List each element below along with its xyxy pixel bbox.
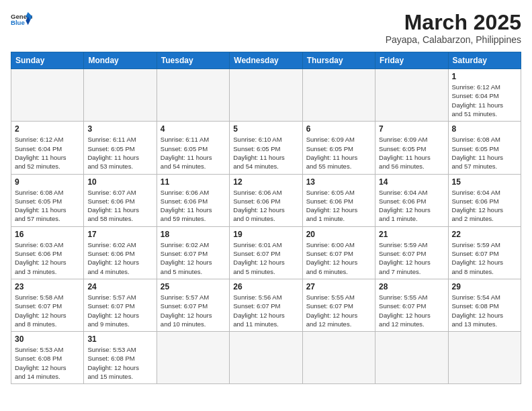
calendar-day-cell: 20Sunrise: 6:00 AMSunset: 6:07 PMDayligh… xyxy=(302,226,375,279)
day-info: Sunrise: 6:06 AMSunset: 6:06 PMDaylight:… xyxy=(161,188,226,224)
day-number: 19 xyxy=(233,230,298,239)
day-info: Sunrise: 5:59 AMSunset: 6:07 PMDaylight:… xyxy=(452,240,517,276)
day-info: Sunrise: 6:04 AMSunset: 6:06 PMDaylight:… xyxy=(379,188,444,224)
day-number: 4 xyxy=(161,124,226,134)
day-info: Sunrise: 5:56 AMSunset: 6:07 PMDaylight:… xyxy=(233,293,298,328)
calendar-day-cell: 2Sunrise: 6:12 AMSunset: 6:04 PMDaylight… xyxy=(11,122,84,174)
day-number: 15 xyxy=(452,177,517,187)
day-info: Sunrise: 5:57 AMSunset: 6:07 PMDaylight:… xyxy=(161,293,226,328)
day-number: 20 xyxy=(306,230,371,239)
day-info: Sunrise: 6:02 AMSunset: 6:06 PMDaylight:… xyxy=(87,240,152,276)
day-info: Sunrise: 5:57 AMSunset: 6:07 PMDaylight:… xyxy=(87,293,152,328)
title-area: March 2025 Payapa, Calabarzon, Philippin… xyxy=(386,11,521,45)
day-info: Sunrise: 5:59 AMSunset: 6:07 PMDaylight:… xyxy=(379,240,444,276)
day-number: 24 xyxy=(87,282,152,291)
page-header: General Blue March 2025 Payapa, Calabarz… xyxy=(11,11,521,45)
day-number: 30 xyxy=(15,334,80,344)
day-number: 17 xyxy=(87,230,152,239)
calendar-day-cell xyxy=(302,69,375,122)
weekday-header-row: SundayMondayTuesdayWednesdayThursdayFrid… xyxy=(11,52,521,69)
day-number: 12 xyxy=(233,177,298,187)
calendar-table: SundayMondayTuesdayWednesdayThursdayFrid… xyxy=(11,52,521,384)
calendar-day-cell: 16Sunrise: 6:03 AMSunset: 6:06 PMDayligh… xyxy=(11,226,84,279)
day-number: 10 xyxy=(87,177,152,187)
calendar-day-cell xyxy=(375,69,448,122)
day-info: Sunrise: 6:00 AMSunset: 6:07 PMDaylight:… xyxy=(306,240,371,276)
day-number: 26 xyxy=(233,282,298,291)
calendar-day-cell: 25Sunrise: 5:57 AMSunset: 6:07 PMDayligh… xyxy=(157,279,229,331)
calendar-week-row: 30Sunrise: 5:53 AMSunset: 6:08 PMDayligh… xyxy=(11,332,521,384)
month-title: March 2025 xyxy=(386,11,521,34)
day-info: Sunrise: 6:01 AMSunset: 6:07 PMDaylight:… xyxy=(233,240,298,276)
calendar-day-cell: 10Sunrise: 6:07 AMSunset: 6:06 PMDayligh… xyxy=(84,174,157,226)
day-number: 13 xyxy=(306,177,371,187)
day-info: Sunrise: 6:12 AMSunset: 6:04 PMDaylight:… xyxy=(452,83,517,118)
day-number: 27 xyxy=(306,282,371,291)
day-number: 25 xyxy=(161,282,226,291)
calendar-day-cell: 30Sunrise: 5:53 AMSunset: 6:08 PMDayligh… xyxy=(11,332,84,384)
day-number: 7 xyxy=(379,124,444,134)
calendar-day-cell xyxy=(375,332,448,384)
calendar-day-cell: 22Sunrise: 5:59 AMSunset: 6:07 PMDayligh… xyxy=(448,226,521,279)
calendar-day-cell xyxy=(157,69,229,122)
day-info: Sunrise: 6:11 AMSunset: 6:05 PMDaylight:… xyxy=(161,135,226,171)
calendar-week-row: 9Sunrise: 6:08 AMSunset: 6:05 PMDaylight… xyxy=(11,174,521,226)
day-number: 31 xyxy=(87,334,152,344)
calendar-day-cell xyxy=(230,69,302,122)
generalblue-icon: General Blue xyxy=(11,11,32,30)
day-number: 11 xyxy=(161,177,226,187)
day-number: 21 xyxy=(379,230,444,239)
day-info: Sunrise: 6:02 AMSunset: 6:07 PMDaylight:… xyxy=(161,240,226,276)
calendar-day-cell: 28Sunrise: 5:55 AMSunset: 6:07 PMDayligh… xyxy=(375,279,448,331)
calendar-day-cell: 4Sunrise: 6:11 AMSunset: 6:05 PMDaylight… xyxy=(157,122,229,174)
weekday-header-thursday: Thursday xyxy=(302,52,375,69)
calendar-day-cell: 13Sunrise: 6:05 AMSunset: 6:06 PMDayligh… xyxy=(302,174,375,226)
calendar-day-cell: 11Sunrise: 6:06 AMSunset: 6:06 PMDayligh… xyxy=(157,174,229,226)
weekday-header-tuesday: Tuesday xyxy=(157,52,229,69)
day-number: 22 xyxy=(452,230,517,239)
day-number: 9 xyxy=(15,177,80,187)
logo: General Blue xyxy=(11,11,32,30)
calendar-day-cell: 7Sunrise: 6:09 AMSunset: 6:05 PMDaylight… xyxy=(375,122,448,174)
day-number: 2 xyxy=(15,124,80,134)
day-number: 29 xyxy=(452,282,517,291)
calendar-day-cell: 5Sunrise: 6:10 AMSunset: 6:05 PMDaylight… xyxy=(230,122,302,174)
location-subtitle: Payapa, Calabarzon, Philippines xyxy=(386,34,521,45)
day-number: 23 xyxy=(15,282,80,291)
day-info: Sunrise: 6:07 AMSunset: 6:06 PMDaylight:… xyxy=(87,188,152,224)
calendar-day-cell: 19Sunrise: 6:01 AMSunset: 6:07 PMDayligh… xyxy=(230,226,302,279)
calendar-day-cell: 26Sunrise: 5:56 AMSunset: 6:07 PMDayligh… xyxy=(230,279,302,331)
calendar-day-cell: 18Sunrise: 6:02 AMSunset: 6:07 PMDayligh… xyxy=(157,226,229,279)
calendar-day-cell: 9Sunrise: 6:08 AMSunset: 6:05 PMDaylight… xyxy=(11,174,84,226)
calendar-day-cell: 6Sunrise: 6:09 AMSunset: 6:05 PMDaylight… xyxy=(302,122,375,174)
calendar-week-row: 2Sunrise: 6:12 AMSunset: 6:04 PMDaylight… xyxy=(11,122,521,174)
calendar-day-cell: 23Sunrise: 5:58 AMSunset: 6:07 PMDayligh… xyxy=(11,279,84,331)
day-number: 1 xyxy=(452,72,517,81)
weekday-header-monday: Monday xyxy=(84,52,157,69)
calendar-day-cell: 8Sunrise: 6:08 AMSunset: 6:05 PMDaylight… xyxy=(448,122,521,174)
calendar-day-cell xyxy=(302,332,375,384)
day-info: Sunrise: 5:55 AMSunset: 6:07 PMDaylight:… xyxy=(379,293,444,328)
calendar-day-cell: 17Sunrise: 6:02 AMSunset: 6:06 PMDayligh… xyxy=(84,226,157,279)
calendar-day-cell xyxy=(448,332,521,384)
day-number: 16 xyxy=(15,230,80,239)
calendar-day-cell xyxy=(84,69,157,122)
day-info: Sunrise: 6:11 AMSunset: 6:05 PMDaylight:… xyxy=(87,135,152,171)
calendar-day-cell: 14Sunrise: 6:04 AMSunset: 6:06 PMDayligh… xyxy=(375,174,448,226)
day-info: Sunrise: 6:06 AMSunset: 6:06 PMDaylight:… xyxy=(233,188,298,224)
day-info: Sunrise: 5:55 AMSunset: 6:07 PMDaylight:… xyxy=(306,293,371,328)
weekday-header-wednesday: Wednesday xyxy=(230,52,302,69)
calendar-day-cell: 15Sunrise: 6:04 AMSunset: 6:06 PMDayligh… xyxy=(448,174,521,226)
calendar-week-row: 16Sunrise: 6:03 AMSunset: 6:06 PMDayligh… xyxy=(11,226,521,279)
calendar-week-row: 1Sunrise: 6:12 AMSunset: 6:04 PMDaylight… xyxy=(11,69,521,122)
day-info: Sunrise: 6:05 AMSunset: 6:06 PMDaylight:… xyxy=(306,188,371,224)
day-number: 3 xyxy=(87,124,152,134)
day-number: 18 xyxy=(161,230,226,239)
day-info: Sunrise: 5:53 AMSunset: 6:08 PMDaylight:… xyxy=(87,345,152,381)
day-number: 14 xyxy=(379,177,444,187)
calendar-day-cell: 24Sunrise: 5:57 AMSunset: 6:07 PMDayligh… xyxy=(84,279,157,331)
weekday-header-saturday: Saturday xyxy=(448,52,521,69)
calendar-day-cell: 27Sunrise: 5:55 AMSunset: 6:07 PMDayligh… xyxy=(302,279,375,331)
day-info: Sunrise: 6:03 AMSunset: 6:06 PMDaylight:… xyxy=(15,240,80,276)
day-info: Sunrise: 5:58 AMSunset: 6:07 PMDaylight:… xyxy=(15,293,80,328)
